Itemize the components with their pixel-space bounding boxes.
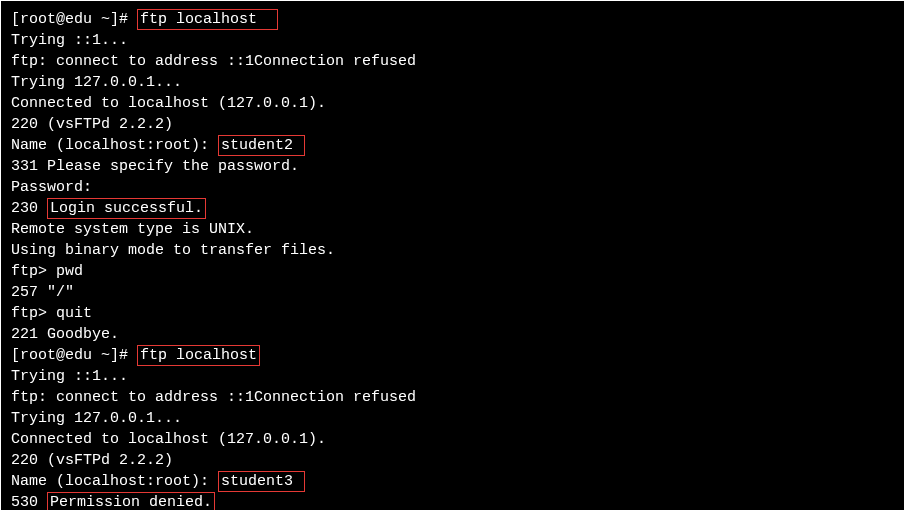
response-code: 530 xyxy=(11,494,47,511)
terminal-line: [root@edu ~]# ftp localhost xyxy=(11,9,894,30)
highlight-command: ftp localhost xyxy=(137,9,278,30)
name-prompt: Name (localhost:root): xyxy=(11,137,218,154)
highlight-command: ftp localhost xyxy=(137,345,260,366)
terminal-line: Trying 127.0.0.1... xyxy=(11,408,894,429)
terminal-line: 221 Goodbye. xyxy=(11,324,894,345)
terminal-line: Password: xyxy=(11,177,894,198)
terminal-line: 331 Please specify the password. xyxy=(11,156,894,177)
response-code: 230 xyxy=(11,200,47,217)
terminal-line: [root@edu ~]# ftp localhost xyxy=(11,345,894,366)
terminal-line: Trying 127.0.0.1... xyxy=(11,72,894,93)
terminal-line: 257 "/" xyxy=(11,282,894,303)
terminal-line: Name (localhost:root): student3 xyxy=(11,471,894,492)
terminal-line: Connected to localhost (127.0.0.1). xyxy=(11,93,894,114)
highlight-username: student3 xyxy=(218,471,305,492)
terminal-line: Connected to localhost (127.0.0.1). xyxy=(11,429,894,450)
terminal-line: 220 (vsFTPd 2.2.2) xyxy=(11,450,894,471)
terminal-line: Trying ::1... xyxy=(11,366,894,387)
terminal-line: Remote system type is UNIX. xyxy=(11,219,894,240)
terminal-line: 220 (vsFTPd 2.2.2) xyxy=(11,114,894,135)
terminal-line: ftp> pwd xyxy=(11,261,894,282)
highlight-username: student2 xyxy=(218,135,305,156)
terminal-line: ftp: connect to address ::1Connection re… xyxy=(11,51,894,72)
terminal-line: 530 Permission denied. xyxy=(11,492,894,511)
shell-prompt: [root@edu ~]# xyxy=(11,347,137,364)
highlight-permission-denied: Permission denied. xyxy=(47,492,215,511)
shell-prompt: [root@edu ~]# xyxy=(11,11,137,28)
terminal-line: Name (localhost:root): student2 xyxy=(11,135,894,156)
terminal-line: Trying ::1... xyxy=(11,30,894,51)
highlight-login-success: Login successful. xyxy=(47,198,206,219)
terminal-line: Using binary mode to transfer files. xyxy=(11,240,894,261)
name-prompt: Name (localhost:root): xyxy=(11,473,218,490)
terminal-line: 230 Login successful. xyxy=(11,198,894,219)
terminal-line: ftp> quit xyxy=(11,303,894,324)
terminal-line: ftp: connect to address ::1Connection re… xyxy=(11,387,894,408)
